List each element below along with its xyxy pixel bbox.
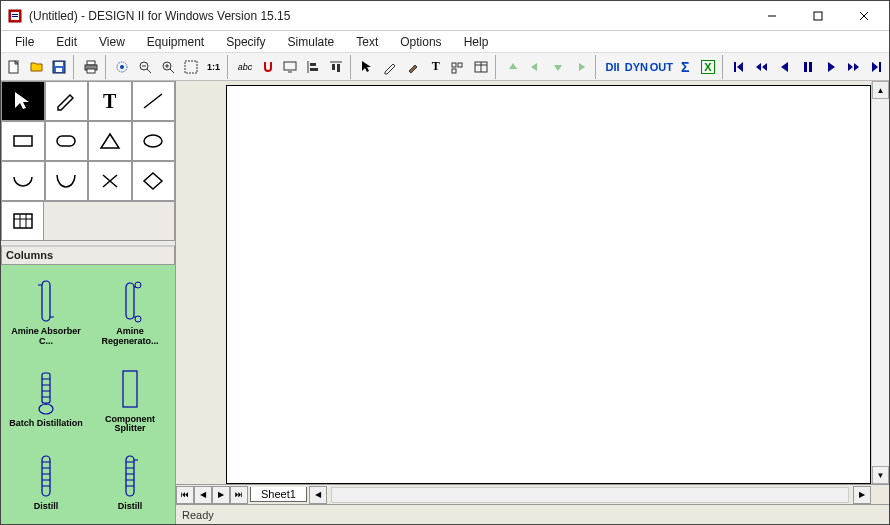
rectangle-tool[interactable] — [1, 121, 45, 161]
status-text: Ready — [182, 509, 214, 521]
svg-rect-31 — [332, 64, 335, 70]
columns-section-header[interactable]: Columns — [1, 245, 175, 265]
align-left-button[interactable] — [302, 55, 324, 79]
dyn-button[interactable]: DYN — [624, 55, 648, 79]
scroll-up-button[interactable]: ▲ — [872, 81, 889, 99]
sheet-last-button[interactable]: ⏭ — [230, 486, 248, 504]
toolbar: 1:1 abc T DII DYN OUT Σ X — [1, 53, 889, 81]
select-button[interactable] — [357, 55, 379, 79]
rounded-rect-tool[interactable] — [45, 121, 89, 161]
brush-button[interactable] — [402, 55, 424, 79]
sheet-tab[interactable]: Sheet1 — [250, 487, 307, 502]
equip-amine-regenerator[interactable]: Amine Regenerato... — [89, 269, 171, 355]
preview-button[interactable] — [111, 55, 133, 79]
sheet-prev-button[interactable]: ◀ — [194, 486, 212, 504]
zoom-region-button[interactable] — [180, 55, 202, 79]
canvas-area: ▲ ▼ ⏮ ◀ ▶ ⏭ Sheet1 ◀ ▶ Ready — [176, 81, 889, 524]
curve-tool[interactable] — [45, 161, 89, 201]
column-icon — [26, 369, 66, 417]
svg-rect-11 — [56, 68, 62, 72]
equip-label: Distill — [34, 502, 59, 512]
text-tool-button[interactable]: abc — [234, 55, 256, 79]
line-tool[interactable] — [132, 81, 176, 121]
text-button[interactable]: T — [425, 55, 447, 79]
forward-button[interactable] — [842, 55, 864, 79]
equip-distill-2[interactable]: Distill — [89, 444, 171, 520]
svg-rect-40 — [804, 62, 807, 72]
rewind-button[interactable] — [751, 55, 773, 79]
equip-distill-1[interactable]: Distill — [5, 444, 87, 520]
menu-file[interactable]: File — [5, 33, 44, 51]
close-button[interactable] — [841, 1, 887, 31]
out-button[interactable]: OUT — [649, 55, 673, 79]
text-tool[interactable]: T — [88, 81, 132, 121]
menu-equipment[interactable]: Equipment — [137, 33, 214, 51]
menu-specify[interactable]: Specify — [216, 33, 275, 51]
minimize-button[interactable] — [749, 1, 795, 31]
column-icon — [110, 277, 150, 325]
equip-component-splitter[interactable]: Component Splitter — [89, 357, 171, 443]
play-button[interactable] — [820, 55, 842, 79]
table-tool[interactable] — [1, 201, 44, 241]
sheet-bar: ⏮ ◀ ▶ ⏭ Sheet1 ◀ ▶ — [176, 484, 889, 504]
first-button[interactable] — [729, 55, 751, 79]
menu-help[interactable]: Help — [454, 33, 499, 51]
menu-options[interactable]: Options — [390, 33, 451, 51]
menu-text[interactable]: Text — [346, 33, 388, 51]
zoom-11-button[interactable]: 1:1 — [203, 55, 225, 79]
excel-button[interactable]: X — [697, 55, 719, 79]
zoom-in-button[interactable] — [157, 55, 179, 79]
ellipse-tool[interactable] — [132, 121, 176, 161]
cursor-tool[interactable] — [1, 81, 45, 121]
nav-down-button[interactable] — [547, 55, 569, 79]
cross-tool[interactable] — [88, 161, 132, 201]
svg-line-18 — [147, 69, 151, 73]
shape-tool-palette: T — [1, 81, 175, 201]
prev-button[interactable] — [774, 55, 796, 79]
drawing-canvas[interactable] — [226, 85, 871, 484]
save-button[interactable] — [49, 55, 71, 79]
align-top-button[interactable] — [325, 55, 347, 79]
svg-rect-29 — [310, 68, 318, 71]
zoom-out-button[interactable] — [134, 55, 156, 79]
display-button[interactable] — [280, 55, 302, 79]
diamond-tool[interactable] — [132, 161, 176, 201]
svg-rect-45 — [57, 136, 75, 146]
svg-rect-3 — [12, 16, 18, 17]
svg-rect-2 — [12, 14, 18, 15]
equip-label: Amine Regenerato... — [91, 327, 169, 347]
nav-up-button[interactable] — [502, 55, 524, 79]
menu-simulate[interactable]: Simulate — [278, 33, 345, 51]
svg-rect-56 — [126, 283, 134, 319]
nav-right-button[interactable] — [570, 55, 592, 79]
vertical-scrollbar[interactable]: ▲ ▼ — [871, 81, 889, 484]
table-button[interactable] — [470, 55, 492, 79]
horizontal-scrollbar[interactable] — [331, 487, 849, 503]
hscroll-left-button[interactable]: ◀ — [309, 486, 327, 504]
draw-button[interactable] — [379, 55, 401, 79]
equip-batch-distillation[interactable]: Batch Distillation — [5, 357, 87, 443]
sheet-first-button[interactable]: ⏮ — [176, 486, 194, 504]
dii-button[interactable]: DII — [602, 55, 624, 79]
sigma-button[interactable]: Σ — [674, 55, 696, 79]
grid-button[interactable] — [448, 55, 470, 79]
hscroll-right-button[interactable]: ▶ — [853, 486, 871, 504]
pause-button[interactable] — [797, 55, 819, 79]
maximize-button[interactable] — [795, 1, 841, 31]
open-button[interactable] — [26, 55, 48, 79]
new-button[interactable] — [3, 55, 25, 79]
scroll-track[interactable] — [872, 99, 889, 466]
triangle-tool[interactable] — [88, 121, 132, 161]
scroll-down-button[interactable]: ▼ — [872, 466, 889, 484]
equip-amine-absorber[interactable]: Amine Absorber C... — [5, 269, 87, 355]
pencil-tool[interactable] — [45, 81, 89, 121]
menu-view[interactable]: View — [89, 33, 135, 51]
snap-button[interactable] — [257, 55, 279, 79]
menu-edit[interactable]: Edit — [46, 33, 87, 51]
print-button[interactable] — [80, 55, 102, 79]
sheet-next-button[interactable]: ▶ — [212, 486, 230, 504]
equipment-grid: Amine Absorber C... Amine Regenerato... … — [1, 265, 175, 524]
nav-left-button[interactable] — [525, 55, 547, 79]
arc-tool[interactable] — [1, 161, 45, 201]
last-button[interactable] — [865, 55, 887, 79]
